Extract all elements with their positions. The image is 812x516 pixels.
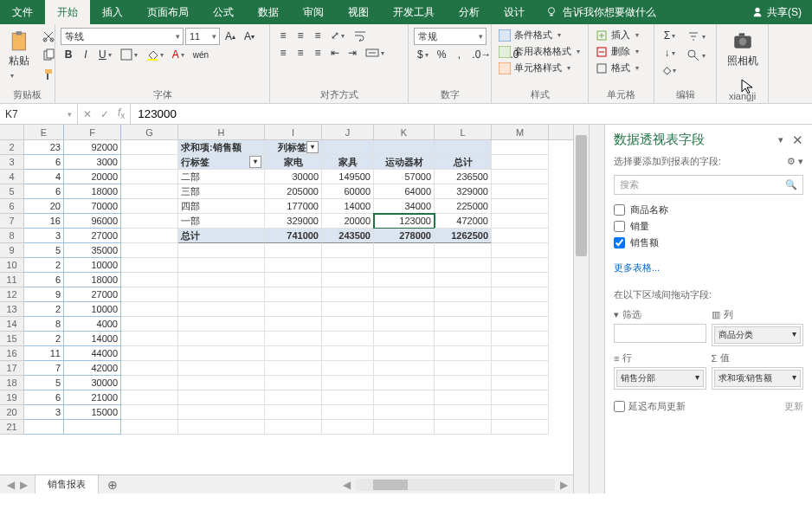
- cell[interactable]: [265, 390, 322, 405]
- cell[interactable]: [435, 302, 492, 317]
- row-header[interactable]: 5: [0, 184, 24, 199]
- enter-formula-button[interactable]: ✓: [100, 108, 109, 120]
- col-header-I[interactable]: I: [265, 125, 322, 139]
- cell[interactable]: 35000: [64, 243, 121, 258]
- cell[interactable]: [265, 420, 322, 435]
- cell[interactable]: 18000: [64, 184, 121, 199]
- field-item-sales[interactable]: 销量: [614, 218, 803, 235]
- cell[interactable]: [265, 361, 322, 376]
- find-select-button[interactable]: [683, 47, 709, 64]
- cell[interactable]: 10000: [64, 302, 121, 317]
- area-rows[interactable]: ≡行 销售分部▾: [614, 352, 706, 390]
- row-header[interactable]: 6: [0, 199, 24, 214]
- tab-pagelayout[interactable]: 页面布局: [135, 0, 201, 24]
- row-header[interactable]: 9: [0, 243, 24, 258]
- select-all-corner[interactable]: [0, 125, 24, 139]
- cell[interactable]: 2: [24, 302, 64, 317]
- name-box[interactable]: K7: [0, 104, 78, 124]
- cell[interactable]: [322, 390, 374, 405]
- cell[interactable]: [265, 243, 322, 258]
- cell[interactable]: 6: [24, 184, 64, 199]
- clear-button[interactable]: ◇: [660, 62, 680, 78]
- cell[interactable]: 92000: [64, 140, 121, 155]
- cell[interactable]: 求和项:销售额: [178, 140, 265, 155]
- defer-checkbox[interactable]: [614, 401, 625, 412]
- row-header[interactable]: 17: [0, 361, 24, 376]
- cell[interactable]: [178, 390, 265, 405]
- delete-cells-button[interactable]: 删除: [594, 44, 641, 59]
- bold-button[interactable]: B: [61, 47, 76, 62]
- taskpane-gear-button[interactable]: ⚙ ▾: [787, 156, 803, 167]
- cell[interactable]: [322, 243, 374, 258]
- cell[interactable]: [435, 390, 492, 405]
- increase-font-button[interactable]: A▴: [222, 29, 239, 44]
- sheet-nav-arrows[interactable]: ◀▶: [0, 479, 35, 491]
- cell[interactable]: [322, 346, 374, 361]
- cell[interactable]: 3000: [64, 155, 121, 170]
- taskpane-close-button[interactable]: ✕: [792, 132, 803, 148]
- decrease-font-button[interactable]: A▾: [241, 29, 258, 44]
- phonetic-button[interactable]: wén: [190, 47, 212, 62]
- cell[interactable]: [121, 199, 178, 214]
- cell[interactable]: [492, 361, 549, 376]
- field-checkbox[interactable]: [614, 204, 625, 216]
- col-header-E[interactable]: E: [24, 125, 64, 139]
- cell[interactable]: [374, 258, 435, 273]
- row-header[interactable]: 20: [0, 405, 24, 420]
- hscroll-right[interactable]: ▶: [560, 479, 568, 491]
- cell[interactable]: 149500: [322, 170, 374, 184]
- cell[interactable]: [492, 155, 549, 170]
- cell[interactable]: [492, 390, 549, 405]
- cell[interactable]: [435, 243, 492, 258]
- cell[interactable]: [374, 376, 435, 390]
- cell[interactable]: 15000: [64, 405, 121, 420]
- cell[interactable]: [492, 287, 549, 302]
- more-tables-link[interactable]: 更多表格...: [614, 258, 803, 278]
- increase-indent-button[interactable]: ⇥: [345, 45, 360, 61]
- cell[interactable]: 70000: [64, 199, 121, 214]
- cell[interactable]: 96000: [64, 214, 121, 229]
- cell[interactable]: [121, 258, 178, 273]
- cell[interactable]: [121, 390, 178, 405]
- italic-button[interactable]: I: [78, 47, 93, 62]
- cell[interactable]: [121, 243, 178, 258]
- hscroll-left[interactable]: ◀: [343, 479, 351, 491]
- cell[interactable]: [492, 346, 549, 361]
- cell[interactable]: 5: [24, 376, 64, 390]
- add-sheet-button[interactable]: ⊕: [99, 478, 126, 492]
- col-header-G[interactable]: G: [121, 125, 178, 139]
- row-header[interactable]: 15: [0, 332, 24, 346]
- area-values[interactable]: Σ值 求和项:销售额▾: [712, 352, 804, 390]
- cell[interactable]: [435, 332, 492, 346]
- cell[interactable]: 44000: [64, 346, 121, 361]
- cell[interactable]: 4000: [64, 317, 121, 332]
- cell[interactable]: [374, 332, 435, 346]
- cell[interactable]: [64, 420, 121, 435]
- cell[interactable]: [492, 332, 549, 346]
- cell[interactable]: 2: [24, 258, 64, 273]
- cell[interactable]: [374, 273, 435, 287]
- cell[interactable]: [492, 405, 549, 420]
- cell[interactable]: 3: [24, 405, 64, 420]
- cell[interactable]: 运动器材: [374, 155, 435, 170]
- tab-insert[interactable]: 插入: [90, 0, 135, 24]
- cell[interactable]: 177000: [265, 199, 322, 214]
- cell[interactable]: 20000: [64, 170, 121, 184]
- grid-rows[interactable]: 22392000求和项:销售额列标签▾363000行标签▾家电家具运动器材总计4…: [0, 140, 573, 474]
- cell[interactable]: [322, 140, 374, 155]
- cell[interactable]: [492, 258, 549, 273]
- taskpane-options-button[interactable]: ▾: [778, 134, 783, 145]
- cell[interactable]: 3: [24, 229, 64, 243]
- col-chip[interactable]: 商品分类▾: [714, 326, 802, 344]
- comma-button[interactable]: ,: [451, 47, 467, 62]
- cell[interactable]: [121, 405, 178, 420]
- cell[interactable]: [178, 376, 265, 390]
- increase-decimal-button[interactable]: .0→: [468, 47, 494, 62]
- cell[interactable]: 42000: [64, 361, 121, 376]
- cell[interactable]: [178, 405, 265, 420]
- cell[interactable]: [265, 346, 322, 361]
- share-button[interactable]: 共享(S): [741, 0, 812, 24]
- cell[interactable]: 278000: [374, 229, 435, 243]
- cell[interactable]: [492, 214, 549, 229]
- cell[interactable]: 8: [24, 317, 64, 332]
